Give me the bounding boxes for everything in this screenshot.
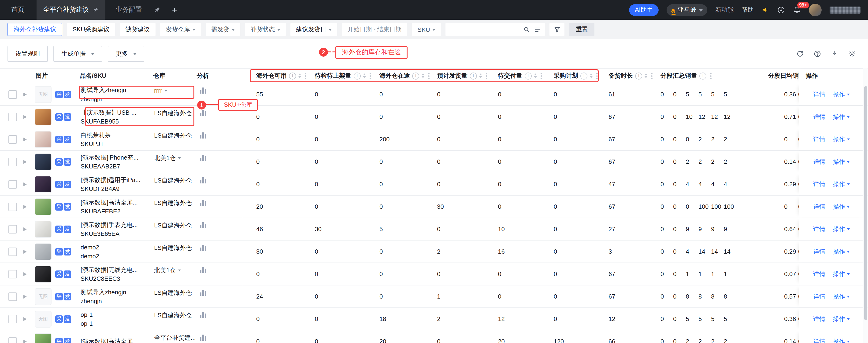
nav-home[interactable]: 首页 [11,6,24,14]
column-header[interactable]: 预计发货量i [437,72,498,80]
sort-icon[interactable] [299,72,301,79]
nav-help[interactable]: 帮助 [742,6,754,14]
generate-document-button[interactable]: 生成单据 [53,46,102,62]
detail-link[interactable]: 详情 [813,247,825,256]
row-checkbox[interactable] [8,225,17,233]
row-checkbox[interactable] [8,247,17,256]
column-header[interactable]: 采购计划i [554,72,609,80]
product-sku[interactable]: SKUEAAB2B7 [81,162,154,171]
filter-sort-button[interactable] [550,23,564,36]
column-menu-icon[interactable] [370,75,371,76]
detail-link[interactable]: 详情 [813,112,825,121]
need-ship-dropdown[interactable]: 需发货 [206,23,240,36]
product-sku[interactable]: zhengjn [81,94,154,103]
column-menu-icon[interactable] [710,75,712,76]
list-icon[interactable] [534,26,541,33]
product-image[interactable]: 无图 [35,288,52,305]
detail-link[interactable]: 详情 [813,90,825,99]
row-expand-icon[interactable] [24,137,29,141]
warehouse-cell[interactable]: rrrr [154,83,198,95]
row-checkbox[interactable] [8,292,17,301]
warehouse-cell[interactable]: LS自建海外仓 [154,308,198,319]
info-icon[interactable]: i [525,72,532,79]
row-expand-icon[interactable] [24,227,29,231]
operation-dropdown[interactable]: 操作 [833,292,850,301]
sku-field-dropdown[interactable]: SKU [412,23,441,36]
analysis-icon[interactable] [200,245,206,251]
operation-dropdown[interactable]: 操作 [833,202,850,211]
warehouse-cell[interactable]: LS自建海外仓 [154,241,198,252]
column-menu-icon[interactable] [596,75,598,76]
operation-dropdown[interactable]: 操作 [833,90,850,99]
row-checkbox[interactable] [8,158,17,166]
operation-dropdown[interactable]: 操作 [833,225,850,233]
pin-icon[interactable] [154,6,161,13]
product-image[interactable] [35,176,52,193]
download-icon[interactable] [831,50,838,58]
column-header[interactable]: 备货时长i [609,72,660,80]
column-menu-icon[interactable] [428,75,430,76]
marketplace-switcher[interactable]: a 亚马逊 [666,4,707,16]
product-name[interactable]: demo2 [81,243,154,251]
tab-active-replenishment[interactable]: 全平台补货建议 [36,0,105,20]
sort-icon[interactable] [534,72,537,79]
column-header[interactable]: 分段汇总销量i [660,72,768,80]
warehouse-cell[interactable]: 北美1仓 [154,151,198,162]
warehouse-cell[interactable]: 全平台补货建... [154,330,198,342]
detail-link[interactable]: 详情 [813,180,825,188]
detail-link[interactable]: 详情 [813,225,825,233]
sort-icon[interactable] [422,72,425,79]
analysis-icon[interactable] [200,222,206,228]
product-sku[interactable]: SKUPJT [81,139,154,148]
row-checkbox[interactable] [8,112,17,121]
product-name[interactable]: op-1 [81,310,154,319]
vertical-scrollbar-thumb[interactable] [864,86,867,320]
row-expand-icon[interactable] [24,272,29,276]
detail-link[interactable]: 详情 [813,315,825,323]
replenish-status-dropdown[interactable]: 补货状态 [245,23,285,36]
row-checkbox[interactable] [8,337,17,343]
row-checkbox[interactable] [8,202,17,211]
product-image[interactable] [35,266,52,282]
product-image[interactable] [35,108,52,125]
product-image[interactable] [35,198,52,215]
sort-icon[interactable] [645,72,647,79]
product-sku[interactable]: SKUE3E65EA [81,229,154,238]
search-icon[interactable] [523,26,530,33]
product-name[interactable]: [演示数据]手表充电... [81,220,154,229]
row-expand-icon[interactable] [24,115,29,118]
suggest-ship-date-dropdown[interactable]: 建议发货日 [290,23,337,36]
tab-sku-purchase-suggestion[interactable]: SKU采购建议 [67,23,115,36]
column-header[interactable]: 待交付量i [498,72,554,80]
column-header[interactable]: 海外仓在途i [379,72,437,80]
column-menu-icon[interactable] [651,75,653,76]
operation-dropdown[interactable]: 操作 [833,337,850,343]
product-image[interactable] [35,153,52,170]
analysis-icon[interactable] [200,132,206,138]
detail-link[interactable]: 详情 [813,337,825,343]
reset-button[interactable]: 重置 [569,23,594,36]
product-image[interactable]: 无图 [35,310,52,327]
warehouse-cell[interactable]: 北美1仓 [154,263,198,275]
row-checkbox[interactable] [8,135,17,143]
warehouse-cell[interactable]: LS自建海外仓 [154,128,198,140]
product-image[interactable] [35,131,52,148]
row-expand-icon[interactable] [24,317,29,321]
product-sku[interactable]: SKUBAFEBE2 [81,207,154,215]
analysis-icon[interactable] [200,267,206,273]
gear-icon[interactable] [848,50,856,58]
nav-business-config[interactable]: 业务配置 [116,6,142,14]
info-icon[interactable]: i [635,72,642,79]
analysis-icon[interactable] [200,88,206,94]
analysis-icon[interactable] [200,290,206,296]
product-sku[interactable]: SKUFAEB955 [81,117,154,126]
row-expand-icon[interactable] [24,250,29,253]
row-expand-icon[interactable] [24,205,29,208]
product-sku[interactable]: zhengjn [81,297,154,305]
product-image[interactable] [35,243,52,260]
warehouse-cell[interactable]: LS自建海外仓 [154,285,198,297]
refresh-icon[interactable] [796,50,804,58]
download-center-icon[interactable] [777,6,785,14]
analysis-icon[interactable] [200,110,206,116]
row-expand-icon[interactable] [24,160,29,164]
